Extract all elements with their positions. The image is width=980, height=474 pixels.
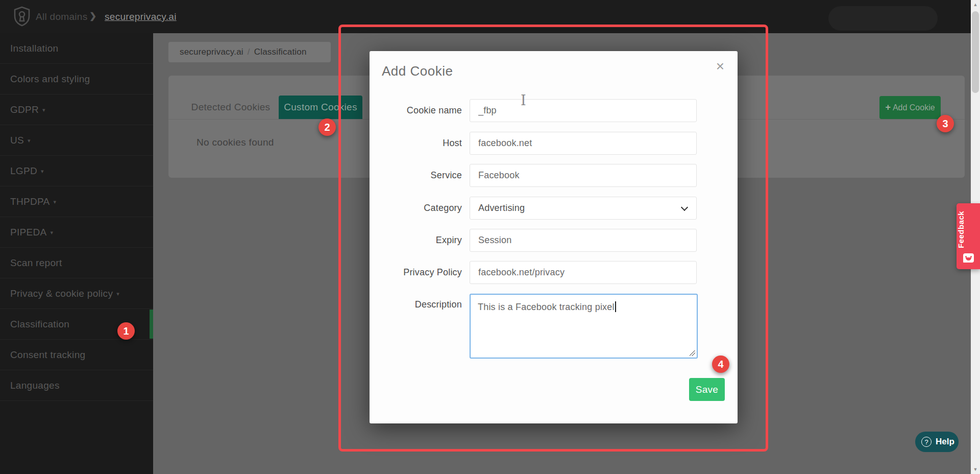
caret-down-icon: ▾ — [53, 199, 56, 205]
cookie-name-label: Cookie name — [370, 99, 462, 122]
sidebar-item-scan-report[interactable]: Scan report — [0, 248, 153, 278]
host-label: Host — [370, 132, 462, 155]
resize-handle-icon[interactable] — [690, 350, 695, 356]
sidebar-item-colors-and-styling[interactable]: Colors and styling — [0, 64, 153, 94]
category-label: Category — [370, 197, 462, 220]
caret-down-icon: ▾ — [116, 291, 119, 297]
sidebar-item-gdpr[interactable]: GDPR▾ — [0, 94, 153, 125]
header-action-button[interactable] — [828, 6, 938, 31]
sidebar-item-privacy-cookie-policy[interactable]: Privacy & cookie policy▾ — [0, 278, 153, 309]
service-input[interactable] — [470, 164, 697, 187]
privacy-policy-label: Privacy Policy — [370, 261, 462, 284]
secure-privacy-logo-icon — [11, 6, 33, 27]
caret-down-icon: ▾ — [41, 168, 44, 174]
sidebar-item-consent-tracking[interactable]: Consent tracking — [0, 340, 153, 370]
sidebar-item-pipeda[interactable]: PIPEDA▾ — [0, 217, 153, 248]
empty-state-message: No cookies found — [197, 137, 274, 148]
caret-down-icon: ▾ — [28, 137, 31, 144]
add-cookie-button[interactable]: +Add Cookie — [879, 96, 941, 119]
help-button[interactable]: ? Help — [915, 432, 959, 452]
save-button[interactable]: Save — [689, 378, 725, 401]
add-cookie-modal: Add Cookie × Cookie name Host Service Ca… — [370, 51, 738, 423]
app-root: All domains ❯ secureprivacy.ai Installat… — [0, 0, 980, 474]
tab-custom-cookies[interactable]: Custom Cookies — [279, 96, 362, 119]
description-label: Description — [370, 294, 462, 317]
modal-title: Add Cookie — [382, 63, 453, 79]
breadcrumb-all-domains[interactable]: All domains — [36, 0, 88, 33]
service-label: Service — [370, 164, 462, 187]
scroll-up-icon[interactable]: ▲ — [971, 0, 980, 9]
top-header: All domains ❯ secureprivacy.ai — [0, 0, 980, 33]
sidebar-item-thpdpa[interactable]: THPDPA▾ — [0, 186, 153, 217]
scroll-down-icon[interactable]: ▼ — [971, 465, 980, 474]
tab-detected-cookies[interactable]: Detected Cookies — [180, 96, 282, 119]
breadcrumb: secureprivacy.ai/Classification — [168, 42, 331, 62]
expiry-label: Expiry — [370, 229, 462, 252]
sidebar-item-lgpd[interactable]: LGPD▾ — [0, 156, 153, 186]
close-icon[interactable]: × — [716, 58, 724, 75]
host-input[interactable] — [470, 132, 697, 155]
text-caret — [615, 301, 616, 312]
breadcrumb-site[interactable]: secureprivacy.ai — [180, 47, 243, 57]
annotation-badge-3: 3 — [937, 115, 954, 132]
question-mark-icon: ? — [921, 437, 932, 447]
breadcrumb-separator: / — [243, 47, 254, 57]
annotation-badge-2: 2 — [318, 118, 336, 136]
annotation-badge-4: 4 — [712, 356, 729, 373]
sidebar-item-languages[interactable]: Languages — [0, 370, 153, 401]
expiry-input[interactable] — [470, 229, 697, 252]
breadcrumb-site-link[interactable]: secureprivacy.ai — [105, 0, 177, 33]
annotation-badge-1: 1 — [117, 322, 135, 340]
chevron-right-icon: ❯ — [89, 0, 96, 33]
help-label: Help — [936, 432, 954, 452]
cookie-name-input[interactable] — [470, 99, 697, 122]
chevron-down-icon — [681, 204, 688, 211]
sidebar-item-us[interactable]: US▾ — [0, 125, 153, 156]
sidebar-nav: Installation Colors and styling GDPR▾ US… — [0, 33, 153, 474]
breadcrumb-page: Classification — [254, 47, 307, 57]
privacy-policy-input[interactable] — [470, 261, 697, 284]
caret-down-icon: ▾ — [51, 229, 54, 235]
sidebar-item-installation[interactable]: Installation — [0, 33, 153, 64]
description-textarea[interactable]: This is a Facebook tracking pixel — [470, 294, 698, 359]
caret-down-icon: ▾ — [42, 107, 45, 113]
feedback-tab[interactable]: Feedback — [957, 203, 980, 269]
category-select[interactable]: Advertising — [470, 197, 697, 220]
plus-icon: + — [885, 102, 891, 112]
feedback-label: Feedback — [957, 206, 980, 252]
feedback-smiley-icon — [963, 253, 974, 263]
scrollbar-thumb[interactable] — [972, 11, 979, 93]
